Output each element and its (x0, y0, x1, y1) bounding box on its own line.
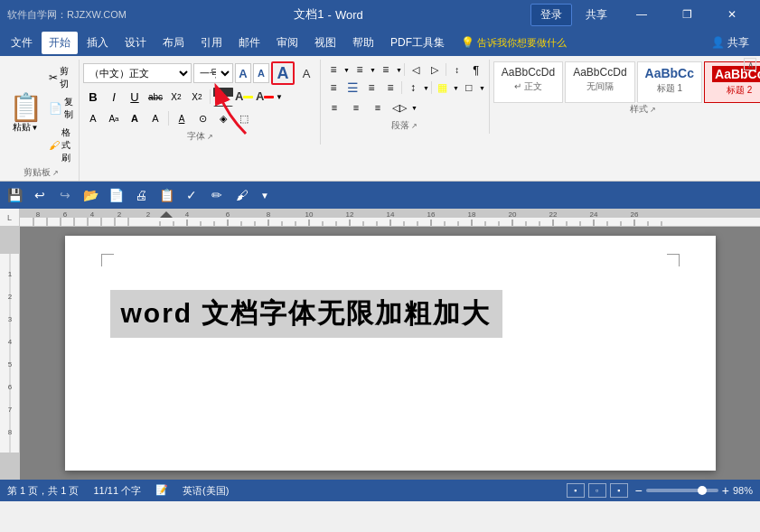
clear-formatting-button[interactable]: A (296, 63, 316, 83)
borders-button[interactable]: □ (460, 79, 478, 96)
login-button[interactable]: 登录 (530, 4, 572, 26)
menu-layout[interactable]: 布局 (155, 32, 192, 54)
close-button[interactable]: ✕ (711, 0, 753, 29)
ribbon-collapse-button[interactable]: ∧ (744, 58, 756, 70)
qa-save-button[interactable]: 💾 (4, 184, 25, 206)
font-extra6-button[interactable]: ⬚ (234, 108, 254, 128)
qa-custom-button[interactable]: ✏ (206, 184, 228, 206)
sort-button[interactable]: ↕ (448, 61, 466, 78)
indent-decrease-button[interactable]: ◁ (407, 61, 425, 78)
qa-redo-button[interactable]: ↪ (54, 184, 76, 206)
share-menu-btn[interactable]: 👤 共享 (704, 32, 756, 54)
align-center-button[interactable]: ☰ (343, 79, 361, 96)
menu-mailings[interactable]: 邮件 (231, 32, 267, 54)
qa-print-button[interactable]: 🖨 (130, 184, 152, 206)
cut-button[interactable]: ✂ 剪切 (47, 63, 75, 92)
line-spacing-button[interactable]: ↕ (404, 79, 422, 96)
superscript-button[interactable]: X2 (187, 87, 207, 107)
indent-increase-button[interactable]: ▷ (426, 61, 444, 78)
font-color-button[interactable]: A (255, 87, 275, 107)
clipboard-expand-icon[interactable]: ↗ (52, 169, 59, 177)
copy-button[interactable]: 📄 复制 (47, 94, 75, 123)
qa-undo-button[interactable]: ↩ (29, 184, 51, 206)
qa-open-button[interactable]: 📂 (80, 184, 101, 206)
font-name-select[interactable]: （中文）正文 (83, 63, 192, 83)
font-extra5-button[interactable]: ◈ (213, 108, 233, 128)
font-color-dropdown[interactable]: ▼ (276, 93, 283, 101)
underline-button[interactable]: U (125, 87, 145, 107)
highlight-color-button[interactable]: A (234, 87, 254, 107)
shading-button[interactable]: ▦ (434, 79, 452, 96)
increase-font-size-button[interactable]: A (271, 61, 295, 85)
qa-print-preview-button[interactable]: 📋 (155, 184, 177, 206)
zoom-minus-button[interactable]: − (635, 483, 643, 498)
menu-pdf[interactable]: PDF工具集 (383, 32, 452, 54)
view-read-button[interactable]: ▪ (610, 483, 628, 498)
zoom-plus-button[interactable]: + (722, 483, 729, 498)
align-left-button[interactable]: ≡ (324, 79, 342, 96)
show-marks-button[interactable]: ¶ (467, 61, 485, 78)
numbering-dropdown[interactable]: ▼ (370, 67, 376, 73)
font-circle-button[interactable]: ⊙ (192, 108, 212, 128)
menu-review[interactable]: 审阅 (269, 32, 305, 54)
menu-view[interactable]: 视图 (307, 32, 343, 54)
view-print-button[interactable]: ▪ (567, 483, 585, 498)
justify-button[interactable]: ≡ (381, 79, 399, 96)
font-extra3-button[interactable]: A (125, 108, 145, 128)
font-expand-icon[interactable]: ↗ (207, 133, 213, 141)
menu-insert[interactable]: 插入 (80, 32, 116, 54)
view-web-button[interactable]: ▫ (588, 483, 606, 498)
paragraph-expand-icon[interactable]: ↗ (411, 122, 418, 130)
qa-paint-button[interactable]: 🖌 (231, 184, 253, 206)
menu-home[interactable]: 开始 (42, 32, 78, 54)
menu-help[interactable]: 帮助 (345, 32, 381, 54)
format-painter-button[interactable]: 🖌 格式刷 (47, 125, 75, 166)
font-extra2-button[interactable]: Aa (104, 108, 124, 128)
document-content[interactable]: word 文档字体无限加粗加大 (110, 290, 671, 338)
zoom-thumb[interactable] (698, 486, 707, 495)
shading-dropdown[interactable]: ▼ (453, 85, 459, 91)
bullets-button[interactable]: ≡ (324, 61, 342, 78)
zoom-slider[interactable] (646, 489, 718, 492)
minimize-button[interactable]: — (621, 0, 662, 29)
font-grow-button[interactable]: A (235, 63, 251, 83)
qa-new-button[interactable]: 📄 (105, 184, 127, 206)
menu-file[interactable]: 文件 (4, 32, 40, 54)
qa-spelling-button[interactable]: ✓ (181, 184, 202, 206)
font-underline2-button[interactable]: A (172, 108, 192, 128)
multilevel-dropdown[interactable]: ▼ (396, 67, 402, 73)
style-heading1-button[interactable]: AaBbCc 标题 1 (637, 61, 702, 103)
align-right-button[interactable]: ≡ (362, 79, 380, 96)
font-extra4-button[interactable]: A (145, 108, 165, 128)
qa-more-button[interactable]: ▼ (257, 189, 273, 202)
borders-dropdown[interactable]: ▼ (479, 85, 485, 91)
para-extra2[interactable]: ≡ (346, 98, 366, 117)
para-extra4[interactable]: ◁▷ (389, 98, 409, 117)
paste-button[interactable]: 📋 粘贴 ▼ (7, 94, 43, 134)
style-normal-button[interactable]: AaBbCcDd ↵ 正文 (493, 61, 563, 103)
numbering-button[interactable]: ≡ (351, 61, 369, 78)
strikethrough-button[interactable]: abc (145, 87, 165, 107)
document-page[interactable]: word 文档字体无限加粗加大 (65, 236, 716, 471)
font-extra1-button[interactable]: A (83, 108, 103, 128)
restore-button[interactable]: ❐ (666, 0, 708, 29)
line-spacing-dropdown[interactable]: ▼ (423, 85, 429, 91)
menu-tell[interactable]: 💡 告诉我你想要做什么 (454, 33, 574, 53)
subscript-button[interactable]: X2 (166, 87, 186, 107)
styles-expand-icon[interactable]: ↗ (650, 106, 656, 114)
font-shrink-button[interactable]: A (253, 63, 269, 83)
bullets-dropdown[interactable]: ▼ (343, 67, 350, 73)
menu-references[interactable]: 引用 (193, 32, 230, 54)
style-nospace-button[interactable]: AaBbCcDd 无间隔 (565, 61, 634, 103)
italic-button[interactable]: I (104, 87, 124, 107)
ruler-corner[interactable]: L (0, 209, 20, 226)
font-size-select[interactable]: 一号 (193, 63, 233, 83)
share-button[interactable]: 共享 (576, 0, 617, 29)
para-extra1[interactable]: ≡ (324, 98, 344, 117)
text-effect-button[interactable]: A (213, 87, 233, 107)
document-scroll-area[interactable]: word 文档字体无限加粗加大 (20, 227, 760, 480)
multilevel-button[interactable]: ≡ (377, 61, 395, 78)
bold-button[interactable]: B (83, 87, 103, 107)
menu-design[interactable]: 设计 (117, 32, 154, 54)
para-extra3[interactable]: ≡ (368, 98, 388, 117)
